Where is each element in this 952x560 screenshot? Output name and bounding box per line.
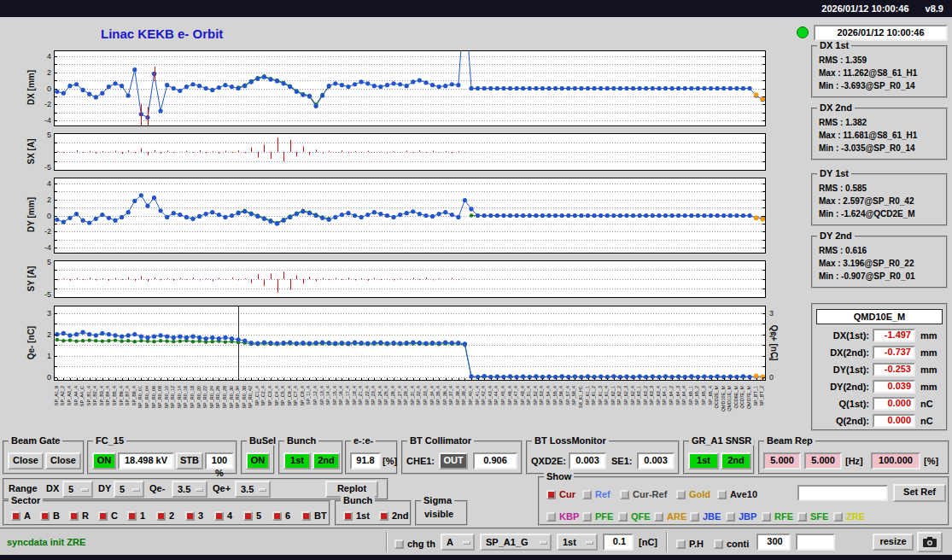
bunch-2nd-button[interactable]: 2nd — [312, 452, 340, 470]
checkbox-indicator[interactable] — [797, 512, 807, 522]
checkbox-indicator[interactable] — [394, 540, 404, 549]
sector-checkbox-c[interactable]: C — [98, 508, 118, 522]
show-checkbox-cur[interactable]: Cur — [546, 487, 575, 500]
show-checkbox-gold[interactable]: Gold — [676, 487, 710, 500]
show-checkbox-rfe[interactable]: RFE — [762, 509, 793, 522]
beam-gate-close-button-1[interactable]: Close — [8, 452, 44, 470]
bunch-1st-button[interactable]: 1st — [283, 452, 311, 470]
ph-checkbox[interactable]: P.H — [676, 536, 704, 550]
checkbox-indicator[interactable] — [618, 512, 628, 522]
aux-input[interactable] — [796, 534, 835, 551]
stat-max: Max : 11.262@S8_61_H1 — [819, 68, 917, 78]
checkbox-indicator[interactable] — [676, 540, 686, 549]
checkbox-indicator[interactable] — [185, 511, 195, 521]
fc15-stb-button[interactable]: STB — [176, 452, 203, 470]
checkbox-indicator[interactable] — [98, 511, 108, 521]
fc15-on-button[interactable]: ON — [92, 452, 116, 470]
show-checkbox-zre[interactable]: ZRE — [833, 509, 865, 522]
checkbox-indicator[interactable] — [582, 490, 592, 499]
show-checkbox-ave10[interactable]: Ave10 — [717, 487, 757, 500]
checkbox-indicator[interactable] — [582, 512, 592, 522]
checkbox-indicator[interactable] — [343, 511, 353, 521]
checkbox-indicator[interactable] — [243, 511, 253, 521]
checkbox-indicator[interactable] — [379, 511, 388, 521]
checkbox-indicator[interactable] — [11, 511, 20, 521]
checkbox-indicator[interactable] — [762, 512, 771, 522]
chg-th-checkbox[interactable]: chg th — [394, 536, 435, 550]
checkbox-indicator[interactable] — [726, 512, 735, 522]
bunch-checkbox-1st[interactable]: 1st — [343, 508, 370, 522]
checkbox-indicator[interactable] — [127, 511, 137, 521]
ref-name-input[interactable] — [797, 485, 888, 501]
checkbox-indicator[interactable] — [690, 512, 699, 522]
range-qep-select[interactable]: 3.5 — [235, 481, 271, 498]
camera-button[interactable] — [917, 532, 943, 552]
x-axis-label: SP_A1_9 — [54, 386, 59, 405]
range-dx-select[interactable]: 5 — [62, 481, 93, 498]
resize-button[interactable]: resize — [873, 534, 914, 551]
x-axis-label: SP_64_3 — [675, 386, 680, 405]
sector-checkbox-bt[interactable]: BT — [301, 508, 327, 522]
show-checkbox-qfe[interactable]: QFE — [618, 509, 651, 522]
checkbox-indicator[interactable] — [301, 511, 311, 521]
sector-checkbox-1[interactable]: 1 — [127, 508, 145, 522]
sector-checkbox-4[interactable]: 4 — [214, 508, 232, 522]
chart-qe: Qe- [nC] Qe+ [nC] 32103210 — [0, 306, 806, 381]
checkbox-indicator[interactable] — [214, 511, 224, 521]
interval-input[interactable]: 300 — [756, 534, 791, 551]
checkbox-indicator[interactable] — [714, 540, 723, 549]
bpm-select[interactable]: SP_A1_G — [480, 534, 552, 551]
sector-checkbox-3[interactable]: 3 — [185, 508, 203, 522]
checkbox-indicator[interactable] — [156, 511, 166, 521]
show-checkbox-kbp[interactable]: KBP — [546, 509, 579, 522]
show-checkbox-ref[interactable]: Ref — [582, 487, 610, 500]
checkbox-indicator[interactable] — [40, 511, 50, 521]
bunch-checkbox-2nd[interactable]: 2nd — [379, 508, 409, 522]
checkbox-indicator[interactable] — [272, 511, 282, 521]
show-checkbox-sfe[interactable]: SFE — [797, 509, 828, 522]
monitor-device-select[interactable]: QMD10E_M — [816, 309, 943, 324]
bunch-th-select[interactable]: 1st — [557, 534, 598, 551]
show-checkbox-jbe[interactable]: JBE — [690, 509, 721, 522]
sector-checkbox-b[interactable]: B — [40, 508, 60, 522]
busel-on-button[interactable]: ON — [246, 452, 270, 470]
show-checkbox-are[interactable]: ARE — [654, 509, 686, 522]
show-checkbox-cur-ref[interactable]: Cur-Ref — [620, 487, 667, 500]
range-dy-select[interactable]: 5 — [114, 481, 144, 498]
range-qem-select[interactable]: 3.5 — [172, 481, 207, 498]
checkbox-label: A — [24, 510, 31, 521]
status-message: syncdata init ZRE — [7, 537, 85, 547]
checkbox-indicator[interactable] — [69, 511, 79, 521]
monitor-row-unit: mm — [920, 365, 937, 375]
che1-value-display: 0.906 — [473, 452, 517, 470]
gr-a1-2nd-button[interactable]: 2nd — [721, 452, 751, 470]
sector-checkbox-a[interactable]: A — [11, 508, 31, 522]
che1-out-button[interactable]: OUT — [439, 452, 468, 470]
show-checkbox-jbp[interactable]: JBP — [726, 509, 756, 522]
checkbox-indicator[interactable] — [833, 512, 843, 522]
set-ref-button[interactable]: Set Ref — [893, 484, 946, 502]
beam-gate-close-button-2[interactable]: Close — [45, 452, 81, 470]
checkbox-label: Gold — [689, 489, 710, 499]
checkbox-indicator[interactable] — [546, 490, 556, 499]
conti-checkbox[interactable]: conti — [714, 536, 749, 550]
sector-checkbox-r[interactable]: R — [69, 508, 89, 522]
checkbox-indicator[interactable] — [717, 490, 727, 499]
x-axis-label: SP_25_4 — [383, 386, 388, 405]
checkbox-indicator[interactable] — [676, 490, 686, 499]
checkbox-indicator[interactable] — [620, 490, 629, 499]
monitor-panel: QMD10E_M DX(1st):-1.497mmDX(2nd):-0.737m… — [811, 303, 948, 431]
checkbox-indicator[interactable] — [546, 512, 556, 522]
sector-checkbox-2[interactable]: 2 — [156, 508, 174, 522]
show-checkbox-pfe[interactable]: PFE — [582, 509, 613, 522]
checkbox-label: 2 — [169, 510, 174, 521]
checkbox-indicator[interactable] — [654, 512, 663, 522]
sector-checkbox-6[interactable]: 6 — [272, 508, 290, 522]
sector-checkbox-5[interactable]: 5 — [243, 508, 261, 522]
gr-a1-1st-button[interactable]: 1st — [688, 452, 719, 470]
sector-a-select[interactable]: A — [441, 534, 475, 551]
x-axis-label: SP_R0_08 — [157, 386, 162, 409]
x-axis-label: SP_64_1 — [662, 386, 667, 405]
checkbox-label: ARE — [667, 511, 686, 522]
threshold-input[interactable]: 0.1 — [603, 534, 634, 551]
